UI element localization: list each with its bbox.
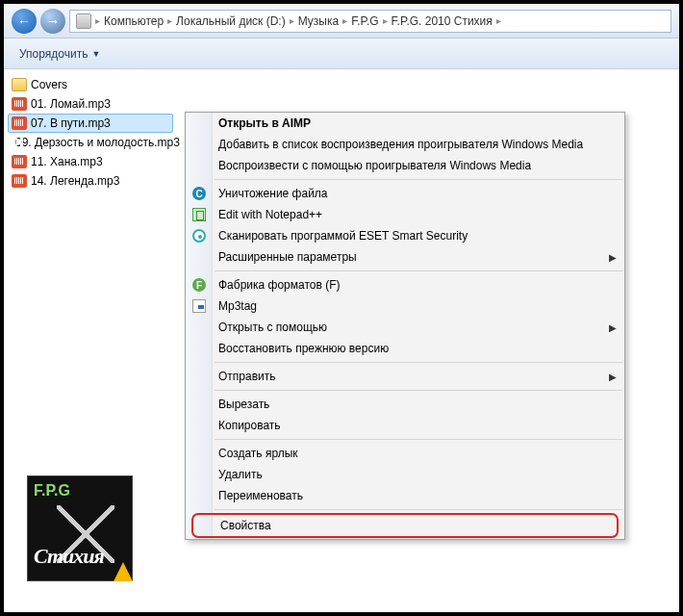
menu-item[interactable]: CУничтожение файла bbox=[186, 183, 624, 204]
file-name: 11. Хана.mp3 bbox=[31, 155, 103, 168]
menu-separator bbox=[215, 362, 622, 363]
chevron-right-icon: ▸ bbox=[496, 15, 501, 26]
breadcrumb[interactable]: Локальный диск (D:) bbox=[176, 14, 286, 28]
breadcrumb[interactable]: F.P.G. 2010 Стихия bbox=[392, 14, 493, 28]
menu-item-label: Отправить bbox=[218, 370, 276, 383]
menu-item[interactable]: Копировать bbox=[186, 415, 624, 436]
menu-item-label: Переименовать bbox=[218, 489, 303, 502]
menu-item[interactable]: Добавить в список воспроизведения проигр… bbox=[186, 134, 624, 155]
eset-icon bbox=[191, 228, 207, 244]
menu-item[interactable]: Mp3tag bbox=[186, 295, 624, 317]
file-row[interactable]: 07. В пути.mp3 bbox=[8, 114, 173, 133]
file-name: 07. В пути.mp3 bbox=[31, 116, 111, 130]
menu-item-label: Сканировать программой ESET Smart Securi… bbox=[218, 229, 468, 243]
menu-item[interactable]: Расширенные параметры▶ bbox=[186, 246, 624, 268]
aimp-badge-icon bbox=[113, 561, 134, 582]
preview-pane: F.P.G Стихия bbox=[27, 475, 133, 581]
menu-item-label: Mp3tag bbox=[218, 299, 257, 313]
menu-item[interactable]: Создать ярлык bbox=[186, 443, 624, 464]
menu-item[interactable]: Открыть с помощью▶ bbox=[186, 317, 624, 338]
menu-separator bbox=[215, 179, 622, 180]
menu-item[interactable]: Edit with Notepad++ bbox=[186, 204, 624, 225]
chevron-right-icon: ▸ bbox=[167, 15, 172, 26]
folder-icon bbox=[12, 78, 27, 91]
submenu-arrow-icon: ▶ bbox=[609, 252, 617, 263]
menu-item-label: Удалить bbox=[218, 468, 263, 481]
menu-separator bbox=[215, 439, 622, 440]
menu-item[interactable]: Воспроизвести с помощью проигрывателя Wi… bbox=[186, 155, 624, 176]
menu-separator bbox=[215, 270, 622, 271]
file-name: 01. Ломай.mp3 bbox=[31, 97, 111, 111]
menu-item-label: Добавить в список воспроизведения проигр… bbox=[218, 138, 583, 151]
breadcrumb[interactable]: F.P.G bbox=[351, 14, 378, 28]
file-name: 09. Дерзость и молодость.mp3 bbox=[15, 136, 180, 149]
audio-file-icon bbox=[12, 174, 27, 188]
menu-item[interactable]: Вырезать bbox=[186, 394, 624, 415]
menu-item[interactable]: Переименовать bbox=[186, 485, 624, 506]
audio-file-icon bbox=[12, 116, 27, 130]
breadcrumb[interactable]: Компьютер bbox=[104, 14, 164, 28]
organize-label: Упорядочить bbox=[19, 47, 88, 61]
format-factory-icon: F bbox=[191, 277, 207, 293]
submenu-arrow-icon: ▶ bbox=[609, 372, 617, 382]
file-row[interactable]: 01. Ломай.mp3 bbox=[8, 94, 173, 114]
menu-item-label: Уничтожение файла bbox=[218, 187, 328, 200]
destroy-icon: C bbox=[191, 186, 207, 201]
menu-separator bbox=[215, 390, 622, 391]
drive-icon bbox=[76, 13, 91, 29]
address-bar[interactable]: ▸ Компьютер ▸ Локальный диск (D:) ▸ Музы… bbox=[69, 10, 671, 33]
menu-item-label: Открыть в AIMP bbox=[218, 116, 311, 130]
audio-file-icon bbox=[12, 97, 27, 111]
chevron-right-icon: ▸ bbox=[290, 15, 294, 26]
audio-file-icon bbox=[12, 155, 27, 168]
menu-item[interactable]: Удалить bbox=[186, 464, 624, 485]
album-cover[interactable]: F.P.G Стихия bbox=[27, 475, 133, 581]
menu-item-label: Восстановить прежнюю версию bbox=[218, 342, 389, 355]
file-row[interactable]: 14. Легенда.mp3 bbox=[8, 171, 173, 191]
menu-item-label: Создать ярлык bbox=[218, 447, 298, 460]
chevron-right-icon: ▸ bbox=[383, 15, 388, 26]
submenu-arrow-icon: ▶ bbox=[609, 322, 617, 333]
file-row[interactable]: 09. Дерзость и молодость.mp3 bbox=[8, 133, 173, 152]
chevron-right-icon: ▸ bbox=[95, 15, 100, 26]
file-name: 14. Легенда.mp3 bbox=[31, 174, 119, 188]
menu-item-label: Фабрика форматов (F) bbox=[218, 278, 341, 292]
menu-item-label: Вырезать bbox=[218, 398, 269, 411]
chevron-down-icon: ▼ bbox=[91, 49, 100, 59]
breadcrumb[interactable]: Музыка bbox=[298, 14, 339, 28]
forward-button[interactable]: → bbox=[40, 9, 65, 34]
menu-item-label: Открыть с помощью bbox=[218, 321, 327, 334]
context-menu: Открыть в AIMPДобавить в список воспроиз… bbox=[185, 112, 625, 540]
menu-item-label: Свойства bbox=[220, 519, 271, 532]
album-title: Стихия bbox=[34, 544, 104, 569]
chevron-right-icon: ▸ bbox=[342, 15, 347, 26]
organize-button[interactable]: Упорядочить ▼ bbox=[13, 45, 106, 63]
menu-item-label: Воспроизвести с помощью проигрывателя Wi… bbox=[218, 159, 531, 172]
file-name: Covers bbox=[31, 78, 67, 91]
mp3tag-icon bbox=[191, 298, 207, 314]
menu-item[interactable]: Свойства bbox=[191, 513, 619, 538]
menu-item-label: Расширенные параметры bbox=[218, 250, 357, 264]
menu-item[interactable]: Отправить▶ bbox=[186, 366, 624, 387]
album-artist: F.P.G bbox=[34, 482, 70, 499]
toolbar: Упорядочить ▼ bbox=[4, 38, 679, 69]
nav-bar: ← → ▸ Компьютер ▸ Локальный диск (D:) ▸ … bbox=[4, 4, 679, 38]
menu-item[interactable]: Восстановить прежнюю версию bbox=[186, 338, 624, 359]
back-button[interactable]: ← bbox=[12, 9, 37, 34]
menu-separator bbox=[215, 509, 622, 510]
menu-item-label: Edit with Notepad++ bbox=[218, 208, 322, 221]
file-row[interactable]: Covers bbox=[8, 75, 173, 94]
menu-item[interactable]: FФабрика форматов (F) bbox=[186, 274, 624, 295]
file-row[interactable]: 11. Хана.mp3 bbox=[8, 152, 173, 171]
menu-item[interactable]: Сканировать программой ESET Smart Securi… bbox=[186, 225, 624, 246]
notepadpp-icon bbox=[191, 207, 207, 222]
menu-item[interactable]: Открыть в AIMP bbox=[186, 113, 624, 134]
menu-item-label: Копировать bbox=[218, 419, 281, 432]
